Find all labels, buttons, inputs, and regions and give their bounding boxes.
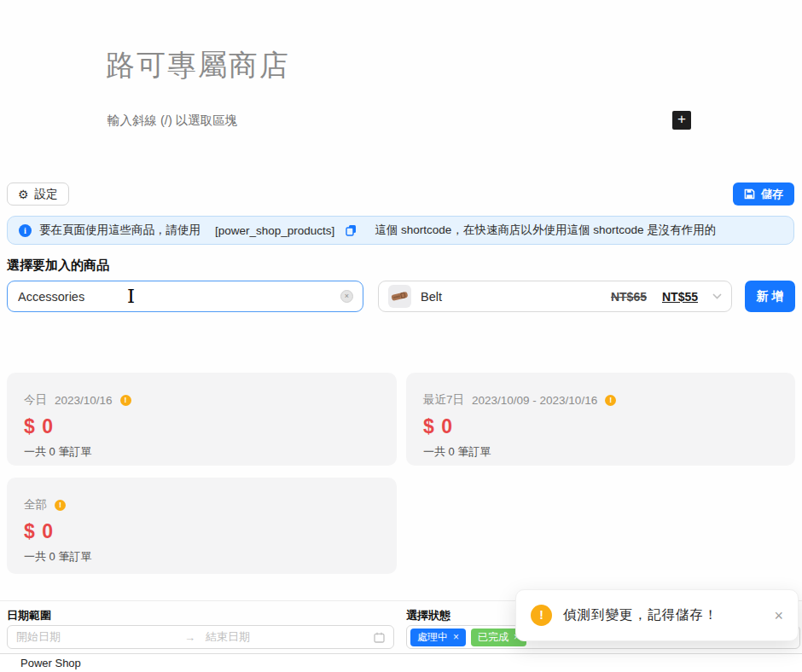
card-amount: $ 0 (24, 415, 380, 438)
info-warning-icon[interactable]: ! (55, 500, 66, 511)
card-label: 今日 (24, 392, 47, 408)
start-date-placeholder: 開始日期 (16, 629, 184, 645)
unsaved-changes-toast: ! 偵測到變更，記得儲存！ × (515, 589, 799, 641)
post-title[interactable]: 路可專屬商店 (106, 46, 290, 85)
block-inserter-button[interactable]: + (672, 111, 691, 130)
toast-message: 偵測到變更，記得儲存！ (563, 606, 763, 624)
editor-footer: Power Shop (0, 653, 802, 672)
status-tag-processing: 處理中 × (410, 629, 466, 646)
copy-icon[interactable] (346, 224, 357, 236)
remove-tag-icon[interactable]: × (453, 632, 459, 642)
arrow-right-icon: → (184, 631, 195, 644)
card-date: 2023/10/09 - 2023/10/16 (472, 394, 597, 407)
stats-card-today: 今日 2023/10/16 ! $ 0 一共 0 筆訂單 (7, 373, 397, 466)
card-date: 2023/10/16 (55, 394, 113, 407)
product-section-label: 選擇要加入的商品 (7, 258, 109, 274)
card-label: 全部 (24, 497, 47, 513)
warning-icon: ! (531, 605, 552, 626)
empty-block-hint[interactable]: 輸入斜線 (/) 以選取區塊 (108, 113, 237, 129)
card-amount: $ 0 (423, 415, 778, 438)
product-search-box: I × (7, 281, 363, 312)
status-label: 選擇狀態 (406, 608, 450, 623)
settings-button[interactable]: ⚙ 設定 (7, 182, 69, 206)
stats-card-all: 全部 ! $ 0 一共 0 筆訂單 (7, 478, 397, 574)
toast-close-icon[interactable]: × (774, 608, 783, 623)
shortcode-info-banner: i 要在頁面使用這些商品，請使用 [power_shop_products] 這… (7, 216, 794, 245)
save-button[interactable]: 儲存 (733, 182, 794, 206)
shortcode-text: [power_shop_products] (215, 224, 334, 237)
tag-label: 已完成 (478, 630, 509, 645)
banner-text-after: 這個 shortcode，在快速商店以外使用這個 shortcode 是沒有作用… (375, 223, 716, 238)
editor-canvas: 路可專屬商店 輸入斜線 (/) 以選取區塊 + ⚙ 設定 儲存 i 要在頁面使用… (0, 0, 802, 672)
add-product-button[interactable]: 新 增 (745, 281, 795, 312)
banner-text-before: 要在頁面使用這些商品，請使用 (39, 223, 200, 238)
product-thumbnail (388, 285, 411, 308)
gear-icon: ⚙ (18, 188, 29, 200)
card-label: 最近7日 (423, 392, 464, 408)
card-orders: 一共 0 筆訂單 (423, 444, 778, 460)
calendar-icon (374, 632, 385, 643)
stats-card-7days: 最近7日 2023/10/09 - 2023/10/16 ! $ 0 一共 0 … (406, 373, 795, 466)
product-name: Belt (421, 290, 602, 304)
product-search-input[interactable] (8, 290, 340, 304)
plus-icon: + (677, 111, 686, 127)
card-orders: 一共 0 筆訂單 (24, 549, 380, 565)
belt-image (391, 290, 409, 303)
card-amount: $ 0 (24, 520, 380, 543)
settings-button-label: 設定 (35, 187, 58, 202)
card-orders: 一共 0 筆訂單 (24, 444, 380, 460)
chevron-down-icon (712, 293, 722, 299)
info-warning-icon[interactable]: ! (120, 395, 131, 406)
clear-input-icon[interactable]: × (340, 290, 353, 303)
price-sale: NT$55 (662, 290, 698, 304)
breadcrumb-block-name[interactable]: Power Shop (20, 657, 81, 669)
end-date-placeholder: 結束日期 (206, 629, 374, 645)
save-icon (744, 188, 755, 200)
price-original: NT$65 (611, 290, 647, 304)
date-range-picker[interactable]: 開始日期 → 結束日期 (7, 625, 394, 649)
info-icon: i (19, 224, 32, 237)
date-range-label: 日期範圍 (7, 608, 51, 623)
product-select[interactable]: Belt NT$65 NT$55 (378, 281, 732, 312)
save-button-label: 儲存 (761, 187, 783, 202)
tag-label: 處理中 (417, 630, 448, 645)
info-warning-icon[interactable]: ! (605, 395, 616, 406)
